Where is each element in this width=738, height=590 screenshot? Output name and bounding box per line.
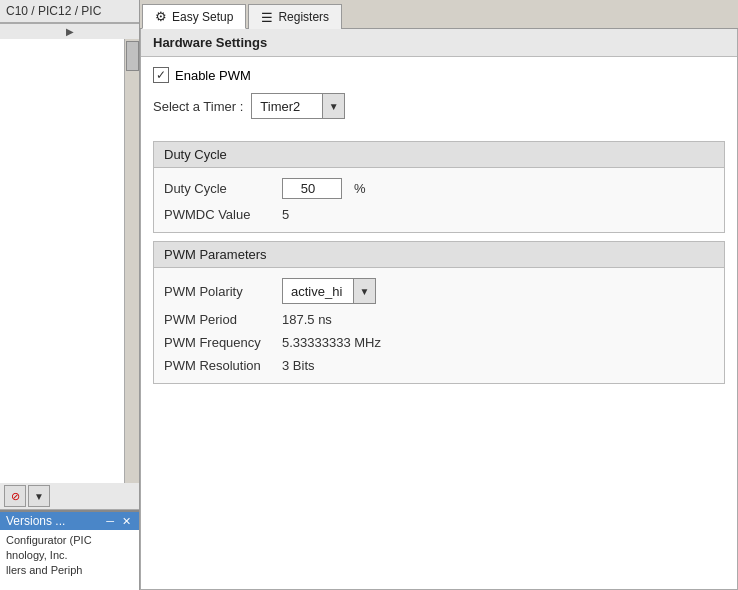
- gear-icon: ⚙: [155, 9, 167, 24]
- pwm-parameters-header: PWM Parameters: [154, 242, 724, 268]
- versions-line-2: hnology, Inc.: [6, 549, 133, 561]
- duty-cycle-section: Duty Cycle Duty Cycle % PWMDC Value 5: [153, 141, 725, 233]
- versions-content: Configurator (PIC hnology, Inc. llers an…: [0, 530, 139, 590]
- versions-title-bar: Versions ... ─ ✕: [0, 512, 139, 530]
- enable-pwm-label: Enable PWM: [175, 68, 251, 83]
- pwmdc-value: 5: [282, 207, 289, 222]
- versions-line-3: llers and Periph: [6, 564, 133, 576]
- enable-pwm-row: ✓ Enable PWM: [153, 67, 725, 83]
- versions-minimize-button[interactable]: ─: [104, 515, 116, 527]
- versions-panel: Versions ... ─ ✕ Configurator (PIC hnolo…: [0, 510, 139, 590]
- polarity-dropdown[interactable]: active_hi ▼: [282, 278, 376, 304]
- timer-dropdown-value: Timer2: [252, 96, 322, 117]
- timer-dropdown-arrow[interactable]: ▼: [322, 94, 344, 118]
- pwm-polarity-row: PWM Polarity active_hi ▼: [164, 278, 714, 304]
- select-timer-label: Select a Timer :: [153, 99, 243, 114]
- content-area: Hardware Settings ✓ Enable PWM Select a …: [140, 29, 738, 590]
- select-timer-row: Select a Timer : Timer2 ▼: [153, 93, 725, 119]
- duty-cycle-input[interactable]: [283, 179, 333, 198]
- versions-title: Versions ...: [6, 514, 100, 528]
- duty-cycle-input-box: [282, 178, 342, 199]
- duty-cycle-row: Duty Cycle %: [164, 178, 714, 199]
- tab-registers[interactable]: ☰ Registers: [248, 4, 342, 29]
- versions-line-1: Configurator (PIC: [6, 534, 133, 546]
- duty-cycle-header: Duty Cycle: [154, 142, 724, 168]
- stop-button[interactable]: ⊘: [4, 485, 26, 507]
- pwm-frequency-value: 5.33333333 MHz: [282, 335, 381, 350]
- polarity-dropdown-arrow[interactable]: ▼: [353, 279, 375, 303]
- duty-cycle-label: Duty Cycle: [164, 181, 274, 196]
- chevron-down-icon: ▼: [360, 286, 370, 297]
- registers-icon: ☰: [261, 10, 273, 25]
- chevron-down-icon: ▼: [329, 101, 339, 112]
- pwmdc-value-row: PWMDC Value 5: [164, 207, 714, 222]
- sidebar-toolbar: ⊘ ▼: [0, 483, 139, 510]
- duty-cycle-unit: %: [354, 181, 366, 196]
- pwm-resolution-row: PWM Resolution 3 Bits: [164, 358, 714, 373]
- sidebar-scroll-right[interactable]: ▶: [0, 23, 139, 39]
- tab-easy-setup-label: Easy Setup: [172, 10, 233, 24]
- pwmdc-value-label: PWMDC Value: [164, 207, 274, 222]
- pwm-period-value: 187.5 ns: [282, 312, 332, 327]
- pwm-polarity-label: PWM Polarity: [164, 284, 274, 299]
- scrollbar-thumb[interactable]: [126, 41, 139, 71]
- tab-bar: ⚙ Easy Setup ☰ Registers: [140, 0, 738, 29]
- pwm-resolution-value: 3 Bits: [282, 358, 315, 373]
- arrow-down-button[interactable]: ▼: [28, 485, 50, 507]
- pwm-period-row: PWM Period 187.5 ns: [164, 312, 714, 327]
- timer-dropdown[interactable]: Timer2 ▼: [251, 93, 345, 119]
- arrow-down-icon: ▼: [34, 491, 44, 502]
- hardware-settings-header: Hardware Settings: [141, 29, 737, 57]
- versions-close-button[interactable]: ✕: [120, 515, 133, 528]
- pwm-frequency-row: PWM Frequency 5.33333333 MHz: [164, 335, 714, 350]
- hardware-settings-body: ✓ Enable PWM Select a Timer : Timer2 ▼: [141, 57, 737, 133]
- pwm-resolution-label: PWM Resolution: [164, 358, 274, 373]
- sidebar-scrollbar[interactable]: [124, 39, 139, 483]
- pwm-parameters-section: PWM Parameters PWM Polarity active_hi ▼ …: [153, 241, 725, 384]
- stop-icon: ⊘: [11, 490, 20, 503]
- main-content: ⚙ Easy Setup ☰ Registers Hardware Settin…: [140, 0, 738, 590]
- sidebar: C10 / PIC12 / PIC ▶ ⊘ ▼ Versions ... ─ ✕…: [0, 0, 140, 590]
- sidebar-list: [0, 39, 124, 483]
- pwm-parameters-body: PWM Polarity active_hi ▼ PWM Period 187.…: [154, 268, 724, 383]
- enable-pwm-checkbox[interactable]: ✓: [153, 67, 169, 83]
- pwm-frequency-label: PWM Frequency: [164, 335, 274, 350]
- polarity-dropdown-value: active_hi: [283, 281, 353, 302]
- pwm-period-label: PWM Period: [164, 312, 274, 327]
- duty-cycle-body: Duty Cycle % PWMDC Value 5: [154, 168, 724, 232]
- tab-registers-label: Registers: [278, 10, 329, 24]
- checkmark-icon: ✓: [156, 69, 166, 81]
- sidebar-header: C10 / PIC12 / PIC: [0, 0, 139, 23]
- tab-easy-setup[interactable]: ⚙ Easy Setup: [142, 4, 246, 29]
